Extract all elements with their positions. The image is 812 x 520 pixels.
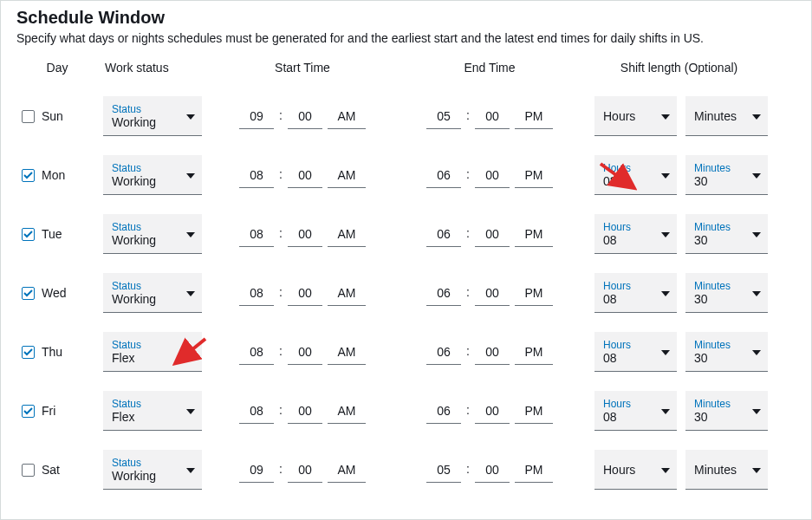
day-label: Thu	[42, 345, 62, 359]
start-minute-input[interactable]: 00	[288, 104, 322, 129]
end-ampm-toggle[interactable]: PM	[515, 222, 553, 247]
shift-hours-dropdown-value: 08	[603, 174, 631, 189]
end-time: 05:00PM	[403, 458, 576, 483]
day-label: Fri	[42, 404, 55, 418]
start-ampm-toggle[interactable]: AM	[328, 399, 366, 424]
end-ampm-toggle[interactable]: PM	[515, 163, 553, 188]
start-hour-input[interactable]: 08	[239, 399, 274, 424]
end-minute-input[interactable]: 00	[475, 163, 510, 188]
status-dropdown[interactable]: StatusWorking	[103, 214, 202, 254]
start-ampm-toggle[interactable]: AM	[328, 340, 366, 365]
end-hour-input[interactable]: 06	[426, 399, 461, 424]
time-colon: :	[279, 462, 283, 478]
day-checkbox[interactable]	[22, 346, 35, 359]
start-ampm-toggle[interactable]: AM	[328, 104, 366, 129]
end-minute-input[interactable]: 00	[475, 104, 510, 129]
day-checkbox[interactable]	[22, 169, 35, 182]
shift-hours-dropdown-label: Hours	[603, 463, 635, 478]
day-checkbox[interactable]	[22, 287, 35, 300]
end-hour-input[interactable]: 06	[426, 340, 461, 365]
chevron-down-icon	[752, 291, 761, 296]
start-hour-input[interactable]: 08	[239, 163, 274, 188]
day-cell: Sun	[16, 109, 89, 123]
shift-hours-dropdown[interactable]: Hours08	[594, 332, 677, 372]
status-dropdown[interactable]: StatusWorking	[103, 450, 202, 490]
day-cell: Mon	[16, 168, 89, 182]
shift-hours-dropdown[interactable]: Hours	[594, 96, 677, 136]
start-ampm-toggle[interactable]: AM	[328, 222, 366, 247]
end-ampm-toggle[interactable]: PM	[515, 104, 553, 129]
col-header-end: End Time	[403, 61, 576, 75]
chevron-down-icon	[186, 114, 195, 120]
shift-minutes-dropdown[interactable]: Minutes30	[685, 155, 768, 195]
status-dropdown[interactable]: StatusFlex	[103, 391, 202, 431]
day-row-sat: SatStatusWorking09:00AM05:00PMHoursMinut…	[16, 440, 796, 499]
end-minute-input[interactable]: 00	[475, 458, 510, 483]
shift-minutes-dropdown[interactable]: Minutes30	[685, 332, 768, 372]
end-hour-input[interactable]: 05	[426, 458, 461, 483]
start-minute-input[interactable]: 00	[288, 163, 322, 188]
shift-minutes-dropdown[interactable]: Minutes	[685, 96, 768, 136]
status-value: Working	[112, 115, 156, 130]
time-colon: :	[279, 285, 283, 301]
start-minute-input[interactable]: 00	[288, 281, 322, 306]
start-time: 09:00AM	[216, 458, 389, 483]
end-minute-input[interactable]: 00	[475, 340, 510, 365]
shift-minutes-dropdown[interactable]: Minutes30	[685, 273, 768, 313]
col-header-status: Work status	[103, 61, 202, 75]
start-hour-input[interactable]: 08	[239, 340, 274, 365]
shift-minutes-dropdown[interactable]: Minutes30	[685, 391, 768, 431]
shift-minutes-dropdown-value: 30	[694, 233, 731, 248]
status-cell: StatusWorking	[103, 450, 202, 490]
col-header-start: Start Time	[216, 61, 389, 75]
time-colon: :	[466, 462, 470, 478]
end-hour-input[interactable]: 05	[426, 104, 461, 129]
start-hour-input[interactable]: 08	[239, 222, 274, 247]
day-label: Tue	[42, 227, 62, 241]
status-dropdown[interactable]: StatusWorking	[103, 155, 202, 195]
shift-minutes-dropdown[interactable]: Minutes	[685, 450, 768, 490]
end-minute-input[interactable]: 00	[475, 399, 510, 424]
shift-hours-dropdown[interactable]: Hours08	[594, 391, 677, 431]
status-label: Status	[112, 457, 156, 469]
end-ampm-toggle[interactable]: PM	[515, 281, 553, 306]
start-hour-input[interactable]: 09	[239, 458, 274, 483]
shift-hours-dropdown-value: 08	[603, 233, 631, 248]
start-ampm-toggle[interactable]: AM	[328, 163, 366, 188]
shift-hours-dropdown[interactable]: Hours08	[594, 214, 677, 254]
status-dropdown[interactable]: StatusWorking	[103, 96, 202, 136]
end-hour-input[interactable]: 06	[426, 163, 461, 188]
shift-hours-dropdown[interactable]: Hours08	[594, 273, 677, 313]
start-minute-input[interactable]: 00	[288, 399, 322, 424]
day-checkbox[interactable]	[22, 228, 35, 241]
start-ampm-toggle[interactable]: AM	[328, 458, 366, 483]
end-minute-input[interactable]: 00	[475, 281, 510, 306]
shift-hours-dropdown[interactable]: Hours	[594, 450, 677, 490]
end-hour-input[interactable]: 06	[426, 281, 461, 306]
day-checkbox[interactable]	[22, 464, 35, 477]
start-minute-input[interactable]: 00	[288, 340, 322, 365]
end-hour-input[interactable]: 06	[426, 222, 461, 247]
start-minute-input[interactable]: 00	[288, 222, 322, 247]
day-checkbox[interactable]	[22, 405, 35, 418]
day-cell: Fri	[16, 404, 89, 418]
start-minute-input[interactable]: 00	[288, 458, 322, 483]
status-dropdown[interactable]: StatusFlex	[103, 332, 202, 372]
start-hour-input[interactable]: 08	[239, 281, 274, 306]
shift-minutes-dropdown[interactable]: Minutes30	[685, 214, 768, 254]
end-ampm-toggle[interactable]: PM	[515, 458, 553, 483]
day-cell: Sat	[16, 463, 89, 477]
shift-hours-dropdown[interactable]: Hours08	[594, 155, 677, 195]
end-ampm-toggle[interactable]: PM	[515, 340, 553, 365]
day-checkbox[interactable]	[22, 110, 35, 123]
status-label: Status	[112, 398, 141, 410]
time-colon: :	[466, 403, 470, 419]
end-time: 05:00PM	[403, 104, 576, 129]
start-ampm-toggle[interactable]: AM	[328, 281, 366, 306]
end-minute-input[interactable]: 00	[475, 222, 510, 247]
end-ampm-toggle[interactable]: PM	[515, 399, 553, 424]
start-hour-input[interactable]: 09	[239, 104, 274, 129]
chevron-down-icon	[752, 409, 761, 414]
status-dropdown[interactable]: StatusWorking	[103, 273, 202, 313]
status-value: Working	[112, 174, 156, 189]
